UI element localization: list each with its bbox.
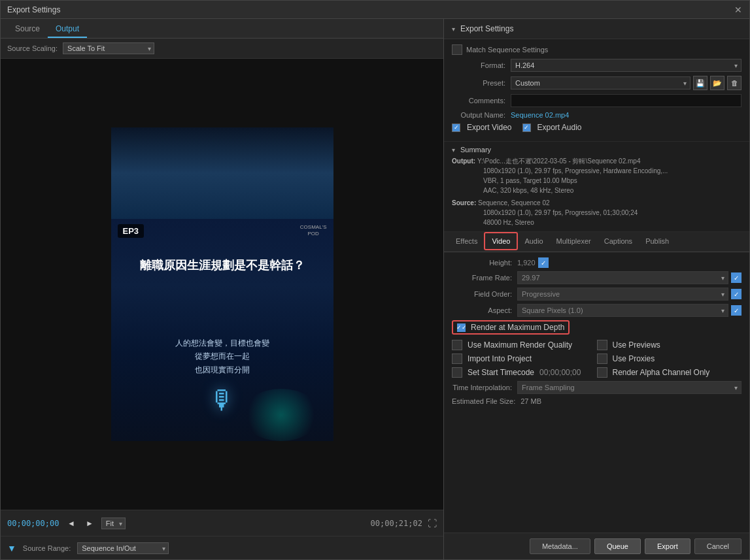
delete-preset-btn[interactable]: 🗑 bbox=[727, 76, 741, 90]
preset-label: Preset: bbox=[452, 79, 511, 87]
time-interp-row: Time Interpolation: Frame Sampling bbox=[452, 381, 741, 394]
source-scaling-select[interactable]: Scale To Fit bbox=[63, 42, 154, 54]
export-button[interactable]: Export bbox=[645, 538, 690, 554]
import-project-label: Import Into Project bbox=[468, 354, 532, 363]
ep3-badge: EP3 bbox=[118, 224, 145, 238]
collapse-arrow-icon[interactable]: ▾ bbox=[452, 25, 455, 33]
height-lock-btn[interactable] bbox=[538, 257, 549, 268]
preview-title: 離職原因生涯規劃是不是幹話？ bbox=[111, 258, 333, 273]
use-previews-item: Use Previews bbox=[597, 340, 742, 350]
source-summary-detail: 1080x1920 (1.0), 29.97 fps, Progressive,… bbox=[452, 208, 741, 227]
next-frame-btn[interactable]: ► bbox=[83, 518, 96, 529]
format-row: Format: H.264 bbox=[452, 59, 741, 72]
aspect-check[interactable] bbox=[731, 305, 741, 316]
save-preset-btn[interactable]: 💾 bbox=[693, 76, 707, 90]
export-settings-window: Export Settings ✕ Source Output Source S… bbox=[0, 0, 750, 560]
close-button[interactable]: ✕ bbox=[734, 5, 743, 14]
tab-output[interactable]: Output bbox=[48, 21, 87, 38]
tab-multiplexer[interactable]: Multiplexer bbox=[550, 232, 598, 252]
time-interp-label: Time Interpolation: bbox=[452, 384, 517, 391]
bottom-bar: ▼ Source Range: Sequence In/Out bbox=[1, 536, 443, 559]
cancel-button[interactable]: Cancel bbox=[694, 538, 741, 554]
export-audio-checkbox[interactable] bbox=[522, 124, 531, 132]
bottom-buttons: Metadata... Queue Export Cancel bbox=[444, 533, 749, 559]
match-sequence-label: Match Sequence Settings bbox=[466, 46, 548, 54]
video-settings: Height: 1,920 Frame Rate: 29.97 bbox=[444, 252, 749, 416]
left-panel: Source Output Source Scaling: Scale To F… bbox=[1, 19, 444, 559]
field-order-select[interactable]: Progressive bbox=[517, 288, 728, 301]
window-title: Export Settings bbox=[7, 5, 60, 14]
aspect-select[interactable]: Square Pixels (1.0) bbox=[517, 304, 728, 317]
field-order-check[interactable] bbox=[731, 289, 741, 299]
timecode-end: 00;00;21;02 bbox=[371, 519, 422, 528]
use-max-quality-checkbox[interactable] bbox=[452, 340, 462, 350]
tab-captions[interactable]: Captions bbox=[598, 232, 639, 252]
render-max-depth-row: ✓ Render at Maximum Depth bbox=[452, 320, 741, 335]
tab-audio[interactable]: Audio bbox=[518, 232, 549, 252]
render-max-depth-checkbox[interactable]: ✓ bbox=[457, 323, 466, 332]
prev-frame-btn[interactable]: ◄ bbox=[65, 518, 78, 529]
file-size-value: 27 MB bbox=[520, 397, 541, 405]
fullscreen-btn[interactable]: ⛶ bbox=[428, 518, 437, 529]
tabs-bar: Source Output bbox=[1, 19, 443, 39]
format-select[interactable]: H.264 bbox=[511, 59, 741, 72]
video-tabs-bar: Effects Video Audio Multiplexer Captions… bbox=[444, 232, 749, 252]
export-video-checkbox[interactable] bbox=[452, 124, 460, 132]
tab-video[interactable]: Video bbox=[484, 232, 518, 250]
main-content: Source Output Source Scaling: Scale To F… bbox=[1, 19, 749, 559]
use-previews-checkbox[interactable] bbox=[597, 340, 607, 350]
field-order-row: Field Order: Progressive bbox=[452, 288, 741, 301]
frame-rate-check[interactable] bbox=[731, 272, 741, 283]
use-proxies-checkbox[interactable] bbox=[597, 354, 607, 364]
load-preset-btn[interactable]: 📂 bbox=[710, 76, 724, 90]
frame-rate-select[interactable]: 29.97 bbox=[517, 271, 728, 284]
use-previews-label: Use Previews bbox=[613, 340, 660, 350]
source-scaling-select-wrapper: Scale To Fit bbox=[63, 42, 154, 54]
export-video-item[interactable]: Export Video bbox=[452, 123, 512, 132]
render-alpha-checkbox[interactable] bbox=[597, 367, 607, 378]
import-project-checkbox[interactable] bbox=[452, 354, 462, 364]
match-sequence-checkbox[interactable] bbox=[452, 44, 462, 55]
source-range-select[interactable]: Sequence In/Out bbox=[77, 542, 169, 554]
frame-rate-label: Frame Rate: bbox=[452, 274, 517, 282]
comments-field[interactable] bbox=[511, 94, 741, 107]
queue-button[interactable]: Queue bbox=[594, 538, 641, 554]
render-max-depth-label: Render at Maximum Depth bbox=[471, 323, 564, 332]
export-audio-item[interactable]: Export Audio bbox=[522, 123, 582, 132]
set-start-tc-checkbox[interactable] bbox=[452, 367, 462, 378]
source-summary-label: Source: bbox=[452, 199, 478, 206]
render-alpha-label: Render Alpha Channel Only bbox=[613, 368, 710, 377]
preset-select[interactable]: Custom bbox=[511, 76, 690, 90]
summary-label: Summary bbox=[460, 146, 491, 154]
microphone-icon: 🎙 bbox=[209, 386, 235, 415]
format-label: Format: bbox=[452, 61, 511, 69]
summary-collapse-icon[interactable]: ▾ bbox=[452, 146, 455, 154]
output-name-value[interactable]: Sequence 02.mp4 bbox=[511, 111, 569, 119]
timecode-start: 00;00;00;00 bbox=[7, 519, 60, 528]
use-max-quality-label: Use Maximum Render Quality bbox=[468, 340, 572, 350]
aspect-select-wrapper: Square Pixels (1.0) bbox=[517, 304, 728, 317]
source-range-label: Source Range: bbox=[23, 544, 71, 552]
preview-main: EP3 COSMAL'SPOD 離職原因生涯規劃是不是幹話？ 人的想法會變，目標… bbox=[111, 219, 333, 441]
cosmals-badge: COSMAL'SPOD bbox=[300, 224, 327, 237]
comments-row: Comments: bbox=[452, 94, 741, 107]
metadata-button[interactable]: Metadata... bbox=[530, 538, 590, 554]
output-summary-label: Output: bbox=[452, 157, 477, 165]
set-start-tc-label: Set Start Timecode bbox=[468, 368, 534, 377]
match-sequence-row: Match Sequence Settings bbox=[452, 44, 741, 55]
source-range-select-wrapper: Sequence In/Out bbox=[77, 542, 169, 554]
aspect-row: Aspect: Square Pixels (1.0) bbox=[452, 304, 741, 317]
fit-select[interactable]: Fit bbox=[101, 518, 126, 529]
tab-publish[interactable]: Publish bbox=[639, 232, 675, 252]
settings-section: Match Sequence Settings Format: H.264 Pr… bbox=[444, 39, 749, 142]
render-alpha-item: Render Alpha Channel Only bbox=[597, 367, 742, 378]
export-settings-title: Export Settings bbox=[460, 24, 513, 33]
comments-label: Comments: bbox=[452, 97, 511, 105]
tab-effects[interactable]: Effects bbox=[449, 232, 484, 252]
import-proxies-row: Import Into Project Use Proxies bbox=[452, 354, 741, 364]
tab-source[interactable]: Source bbox=[7, 21, 48, 38]
preview-subtitle: 人的想法會變，目標也會變從夢想而在一起也因現實而分開 bbox=[111, 337, 333, 376]
output-name-row: Output Name: Sequence 02.mp4 bbox=[452, 111, 741, 119]
field-order-label: Field Order: bbox=[452, 290, 517, 298]
time-interp-select[interactable]: Frame Sampling bbox=[517, 381, 741, 394]
